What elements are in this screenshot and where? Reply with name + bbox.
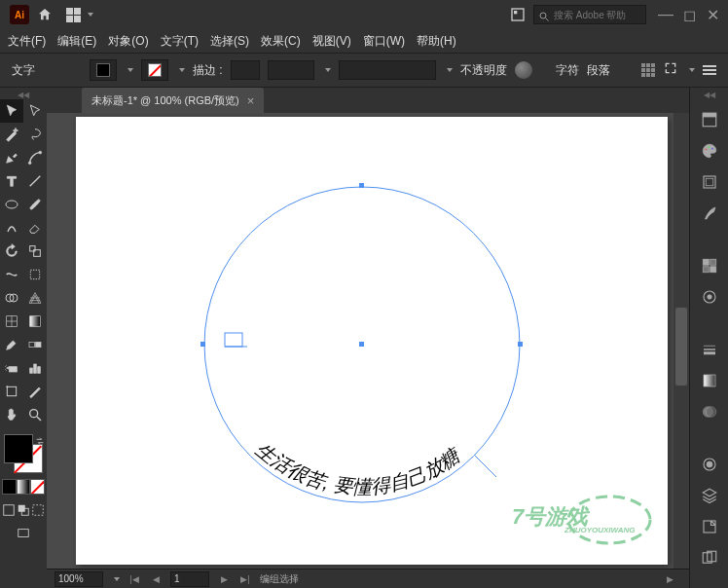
hand-tool[interactable]: [0, 403, 23, 426]
selected-circle-path[interactable]: 生活很苦, 要懂得自己放糖: [202, 185, 522, 504]
stroke-label[interactable]: 描边 :: [193, 62, 223, 79]
selection-handle[interactable]: [518, 342, 523, 347]
fill-color[interactable]: [4, 434, 33, 463]
draw-inside-icon[interactable]: [30, 502, 45, 518]
free-transform-tool[interactable]: [23, 263, 47, 286]
ellipse-tool[interactable]: [0, 193, 23, 216]
brushes-panel-icon[interactable]: [699, 202, 720, 224]
artboards-panel-icon[interactable]: [699, 547, 720, 569]
align-grid-icon[interactable]: [641, 63, 655, 77]
character-panel-link[interactable]: 字符: [556, 62, 579, 79]
last-artboard-button[interactable]: ▶|: [238, 572, 252, 586]
shape-builder-tool[interactable]: [0, 286, 23, 310]
zoom-input[interactable]: [55, 571, 103, 587]
color-panel-icon[interactable]: [699, 140, 720, 162]
vertical-scrollbar[interactable]: [673, 113, 689, 569]
stroke-swatch[interactable]: [141, 59, 168, 81]
panel-menu-icon[interactable]: [703, 65, 716, 75]
asset-export-panel-icon[interactable]: [699, 516, 720, 537]
workspace-switcher[interactable]: [60, 8, 99, 22]
swap-fill-stroke-icon[interactable]: [35, 432, 45, 442]
libraries-panel-icon[interactable]: [699, 171, 720, 193]
canvas[interactable]: 生活很苦, 要懂得自己放糖 7号游戏 ZHUOYOUXIWANG: [47, 113, 689, 569]
artboard-number-input[interactable]: [170, 571, 209, 587]
selection-center-handle[interactable]: [359, 342, 364, 347]
artboard-tool[interactable]: [0, 380, 23, 403]
pen-tool[interactable]: [0, 146, 23, 169]
minimize-button[interactable]: —: [656, 6, 675, 23]
line-segment-tool[interactable]: [23, 169, 47, 193]
menu-effect[interactable]: 效果(C): [261, 33, 301, 50]
appearance-panel-icon[interactable]: [699, 454, 720, 475]
symbol-sprayer-tool[interactable]: [0, 356, 23, 380]
menu-help[interactable]: 帮助(H): [417, 33, 456, 50]
color-mode-solid[interactable]: [2, 479, 17, 495]
perspective-grid-tool[interactable]: [23, 286, 47, 310]
type-tool[interactable]: [0, 169, 23, 193]
selection-handle[interactable]: [200, 342, 205, 347]
color-mode-none[interactable]: [30, 479, 45, 495]
lasso-tool[interactable]: [23, 123, 47, 146]
color-mode-gradient[interactable]: [17, 479, 31, 495]
status-flyout-icon[interactable]: ▶: [667, 574, 673, 584]
paintbrush-tool[interactable]: [23, 193, 47, 216]
shaper-tool[interactable]: [0, 216, 23, 239]
chevron-down-icon[interactable]: [447, 68, 453, 72]
slice-tool[interactable]: [23, 380, 47, 403]
curvature-tool[interactable]: [23, 146, 47, 169]
rotate-tool[interactable]: [0, 239, 23, 263]
blend-tool[interactable]: [23, 333, 47, 356]
mesh-tool[interactable]: [0, 310, 23, 333]
draw-behind-icon[interactable]: [17, 502, 31, 518]
layers-panel-icon[interactable]: [699, 485, 720, 506]
stroke-weight-input[interactable]: [231, 60, 260, 80]
chevron-down-icon[interactable]: [127, 68, 133, 72]
path-text[interactable]: 生活很苦, 要懂得自己放糖: [252, 438, 466, 497]
menu-window[interactable]: 窗口(W): [363, 33, 405, 50]
panel-expand-icon[interactable]: ◀◀: [690, 90, 729, 99]
tab-close-icon[interactable]: ×: [247, 93, 255, 108]
help-search[interactable]: [533, 5, 646, 24]
transparency-panel-icon[interactable]: [699, 401, 720, 423]
prev-artboard-button[interactable]: ◀: [149, 572, 163, 586]
toolbox-collapse-icon[interactable]: ◀◀: [0, 90, 47, 99]
scale-tool[interactable]: [23, 239, 47, 263]
swatches-panel-icon[interactable]: [699, 255, 720, 276]
eyedropper-tool[interactable]: [0, 333, 23, 356]
selection-tool[interactable]: [0, 99, 23, 123]
menu-file[interactable]: 文件(F): [8, 33, 46, 50]
close-button[interactable]: ✕: [703, 6, 722, 23]
menu-edit[interactable]: 编辑(E): [57, 33, 96, 50]
properties-panel-icon[interactable]: [699, 109, 720, 130]
arrange-documents-icon[interactable]: [506, 3, 529, 26]
paragraph-panel-link[interactable]: 段落: [587, 62, 610, 79]
width-tool[interactable]: [0, 263, 23, 286]
gradient-tool[interactable]: [23, 310, 47, 333]
symbols-panel-icon[interactable]: [699, 286, 720, 308]
style-select[interactable]: [339, 60, 436, 80]
column-graph-tool[interactable]: [23, 356, 47, 380]
fill-swatch[interactable]: [90, 59, 117, 81]
menu-select[interactable]: 选择(S): [210, 33, 249, 50]
menu-view[interactable]: 视图(V): [312, 33, 351, 50]
chevron-down-icon[interactable]: [689, 68, 695, 72]
first-artboard-button[interactable]: |◀: [127, 572, 141, 586]
menu-type[interactable]: 文字(T): [161, 33, 199, 50]
recolor-icon[interactable]: [515, 61, 532, 79]
draw-normal-icon[interactable]: [2, 502, 17, 518]
screen-mode-icon[interactable]: [16, 526, 31, 541]
chevron-down-icon[interactable]: [179, 68, 185, 72]
selection-handle[interactable]: [359, 183, 364, 188]
fill-stroke-control[interactable]: [0, 430, 47, 477]
opacity-label[interactable]: 不透明度: [460, 62, 507, 79]
document-tab[interactable]: 未标题-1* @ 100% (RGB/预览) ×: [82, 88, 264, 113]
brush-definition-select[interactable]: [268, 60, 314, 80]
chevron-down-icon[interactable]: [325, 68, 331, 72]
search-input[interactable]: [554, 10, 641, 20]
chevron-down-icon[interactable]: [114, 577, 120, 581]
menu-object[interactable]: 对象(O): [108, 33, 148, 50]
eraser-tool[interactable]: [23, 216, 47, 239]
artboard[interactable]: 生活很苦, 要懂得自己放糖 7号游戏 ZHUOYOUXIWANG: [76, 117, 668, 565]
maximize-button[interactable]: ◻: [679, 6, 699, 23]
next-artboard-button[interactable]: ▶: [217, 572, 231, 586]
